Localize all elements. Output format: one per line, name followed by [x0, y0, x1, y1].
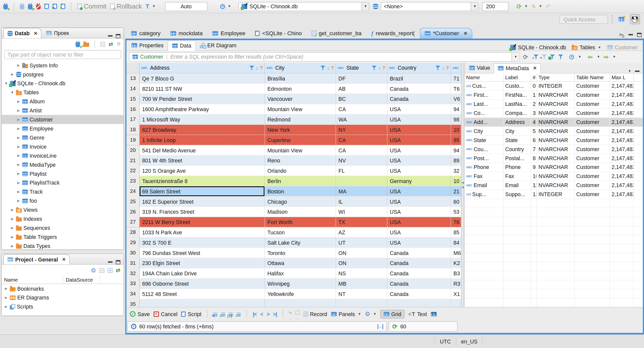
next-row-button[interactable]: > — [267, 311, 269, 317]
grid-cell[interactable]: 1033 N Park Ave — [140, 227, 265, 237]
minimize-icon[interactable] — [628, 34, 633, 35]
metadata-cell[interactable]: NVARCHAR — [537, 145, 575, 153]
tree-item-track[interactable]: ▶Track — [2, 187, 124, 196]
grid-cell[interactable]: USA — [387, 207, 451, 217]
tree-item-mediatype[interactable]: ▶MediaType — [2, 160, 124, 169]
save-button[interactable]: ✓ Save — [130, 311, 150, 317]
add-row-icon[interactable]: + — [221, 313, 225, 317]
column-header-name[interactable]: Name — [2, 276, 63, 284]
metadata-cell[interactable]: FirstNa... — [504, 91, 531, 99]
expand-arrow-icon[interactable]: ▶ — [4, 305, 8, 309]
row-number[interactable]: 31 — [127, 258, 140, 268]
metadata-cell[interactable]: INTEGER — [537, 190, 575, 199]
table-row[interactable]: 23Tauentzienstraße 8BerlinGermany10 — [127, 176, 461, 186]
grid-cell[interactable]: Canada — [387, 279, 451, 288]
row-number[interactable]: 23 — [127, 176, 140, 186]
grid-cell[interactable]: 10 — [451, 125, 461, 135]
metadata-cell[interactable]: 7 — [531, 145, 537, 153]
grid-cell[interactable]: WI — [336, 207, 387, 217]
grid-cell[interactable]: CA — [336, 104, 387, 114]
metadata-cell[interactable]: State — [504, 136, 531, 144]
grid-cell[interactable]: Mountain View — [265, 145, 336, 155]
grid-cell[interactable]: Germany — [387, 176, 451, 186]
grid-cell[interactable]: Winnipeg — [265, 279, 336, 288]
grid-cell[interactable]: USA — [387, 238, 451, 247]
expand-arrow-icon[interactable]: ▶ — [16, 145, 20, 148]
grid-cell[interactable]: T6 — [451, 84, 461, 94]
editor-tab-sqlite-chino[interactable]: <SQLite - Chino — [250, 28, 307, 38]
table-row[interactable]: 15700 W Pender StreetVancouverBCCanadaV6 — [127, 94, 461, 104]
gear-icon[interactable]: ⚙ — [91, 267, 96, 273]
fetch-size-input[interactable]: 200 — [482, 2, 509, 11]
grid-cell[interactable]: 162 E Superior Street — [140, 197, 265, 206]
row-number[interactable]: 19 — [127, 135, 140, 145]
grid-cell[interactable]: Edmonton — [265, 84, 336, 94]
metadata-cell[interactable]: 2,147,483 — [610, 145, 634, 153]
last-row-button[interactable]: >| — [273, 311, 277, 317]
text-view-button[interactable]: <T Text — [408, 311, 427, 317]
metadata-cell[interactable]: 2,147,483 — [610, 163, 634, 171]
expand-arrow-icon[interactable]: ▶ — [16, 190, 20, 194]
expand-arrow-icon[interactable]: ▶ — [10, 72, 14, 76]
grid-cell[interactable]: M6 — [451, 248, 461, 258]
grid-cell[interactable]: Canada — [387, 84, 451, 94]
new-sql-editor-icon[interactable]: ➜ — [53, 4, 57, 9]
metadata-cell[interactable]: NVARCHAR — [537, 100, 575, 108]
grid-cell[interactable]: USA — [387, 125, 451, 135]
row-number[interactable]: 26 — [127, 207, 140, 217]
close-icon[interactable]: ✕ — [533, 66, 537, 71]
table-row[interactable]: 345112 48 StreetYellowknifeNTCanadaX1 — [127, 289, 461, 299]
collapse-all-icon[interactable]: − — [100, 42, 105, 47]
grid-cell[interactable]: 627 Broadway — [140, 125, 265, 135]
grid-cell[interactable]: 319 N. Frances Street — [140, 207, 265, 217]
reconnect-icon[interactable] — [28, 5, 32, 10]
metadata-cell[interactable]: Customer — [575, 100, 610, 108]
metadata-cell[interactable]: Email — [504, 181, 531, 190]
tab-overflow-button[interactable]: »5 — [619, 31, 624, 39]
grid-cell[interactable]: 98 — [451, 114, 461, 124]
tree-item-sqlite-chinook-db[interactable]: ▼SQLite - Chinook.db — [2, 79, 124, 88]
table-row[interactable]: 281033 N Park AveTucsonAZUSA85 — [127, 227, 461, 238]
grid-cell[interactable]: Yellowknife — [265, 289, 336, 299]
delete-row-icon[interactable]: − — [237, 313, 241, 317]
collapse-arrow-icon[interactable]: ▼ — [4, 81, 8, 85]
grid-cell[interactable]: Mountain View — [265, 104, 336, 114]
sql-editor-icon[interactable] — [44, 4, 49, 9]
grid-cell[interactable]: MB — [336, 279, 387, 288]
metadata-cell[interactable]: 123Sup... — [465, 190, 504, 199]
metadata-row-fax[interactable]: ABCFaxFax10NVARCHARCustomer2,147,483 — [465, 172, 643, 181]
remove-filter-icon[interactable]: × — [542, 55, 547, 59]
grid-cell[interactable]: 120 S Orange Ave — [140, 166, 265, 176]
metadata-row-lastna[interactable]: ABCLast...LastNa...2NVARCHARCustomer2,14… — [465, 100, 643, 109]
expand-arrow-icon[interactable]: ▶ — [10, 226, 14, 230]
auto-refresh-button[interactable]: ⟳▼ — [516, 3, 528, 10]
grid-cell[interactable]: USA — [387, 197, 451, 206]
maximize-icon[interactable] — [637, 33, 641, 37]
row-number[interactable]: 34 — [127, 289, 140, 299]
table-row[interactable]: 20541 Del Medio AvenueMountain ViewCAUSA… — [127, 145, 461, 156]
metadata-cell[interactable]: Phone — [504, 163, 531, 171]
expand-arrow-icon[interactable]: ▶ — [16, 154, 20, 157]
expand-arrow-icon[interactable]: ▶ — [16, 118, 20, 121]
copy-row-icon[interactable]: (+) — [229, 313, 233, 317]
grid-cell[interactable]: R3 — [451, 279, 461, 288]
grid-cell[interactable]: 230 Elgin Street — [140, 258, 265, 268]
metadata-cell[interactable]: ABCCou... — [465, 145, 504, 153]
editor-tab-rewards-report[interactable]: frewards_report( — [367, 28, 420, 38]
metadata-cell[interactable]: Customer — [575, 163, 610, 171]
grid-cell[interactable]: ON — [336, 248, 387, 258]
row-number[interactable]: 21 — [127, 156, 140, 165]
metadata-cell[interactable]: Postal... — [504, 154, 531, 162]
grid-cell[interactable]: Cupertino — [265, 135, 336, 145]
row-number[interactable]: 18 — [127, 125, 140, 135]
grid-cell[interactable]: Canada — [387, 268, 451, 278]
row-number[interactable]: 29 — [127, 238, 140, 247]
grid-cell[interactable]: 700 W Pender Street — [140, 94, 265, 104]
tree-item-invoice[interactable]: ▶Invoice — [2, 142, 124, 151]
row-number[interactable]: 35 — [127, 299, 140, 307]
metadata-cell[interactable]: ABCState — [465, 136, 504, 144]
database-select-combo[interactable]: SQLite - Chinook.db ▼ — [239, 2, 369, 11]
grid-cell[interactable]: 8210 111 ST NW — [140, 84, 265, 94]
meta-column-header-label[interactable]: Label — [504, 73, 531, 81]
row-number[interactable]: 20 — [127, 145, 140, 155]
